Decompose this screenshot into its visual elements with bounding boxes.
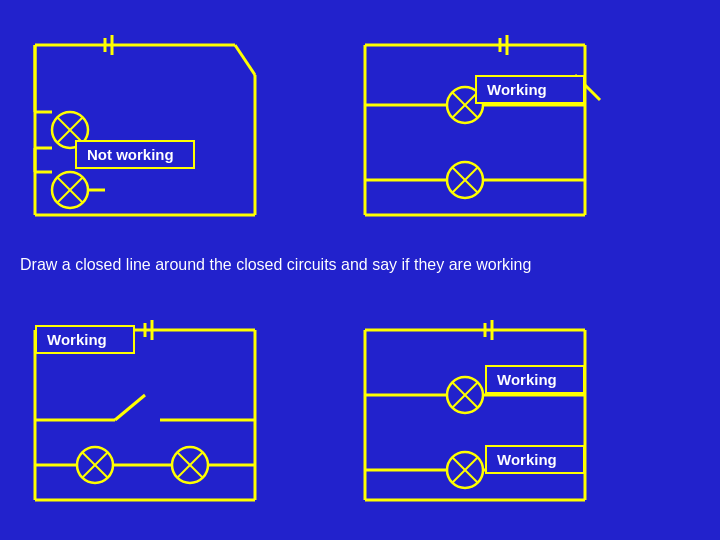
- bottom-row: Working: [0, 300, 720, 520]
- label-working-bottom-right-top: Working: [485, 365, 585, 394]
- svg-line-44: [115, 395, 145, 420]
- main-container: Not working: [0, 0, 720, 540]
- label-not-working: Not working: [75, 140, 195, 169]
- circuit-bottom-right-svg: [345, 310, 645, 520]
- instruction-text: Draw a closed line around the closed cir…: [20, 256, 531, 274]
- circuit-bottom-left: Working: [15, 310, 315, 520]
- circuit-bottom-right: Working Working: [345, 310, 645, 520]
- circuit-top-right-svg: [345, 20, 645, 240]
- label-working-bottom-right-bottom: Working: [485, 445, 585, 474]
- top-row: Not working: [0, 10, 720, 250]
- circuit-top-left-svg: [15, 20, 315, 240]
- circuit-top-right: Working: [345, 20, 645, 240]
- label-working-bottom-left: Working: [35, 325, 135, 354]
- svg-line-4: [235, 45, 255, 75]
- label-working-top-right: Working: [475, 75, 585, 104]
- circuit-top-left: Not working: [15, 20, 315, 240]
